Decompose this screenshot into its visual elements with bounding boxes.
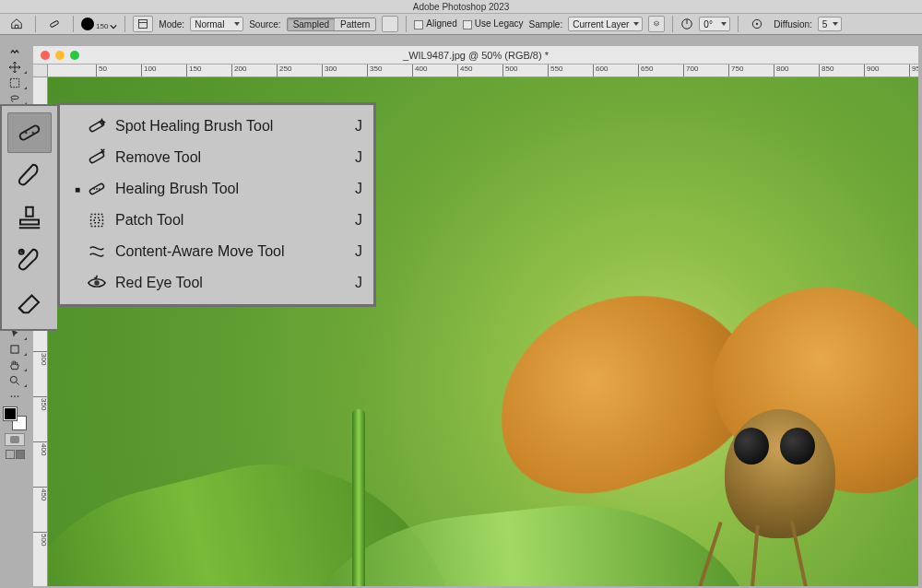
- flyout-shortcut: J: [344, 275, 362, 291]
- ruler-origin[interactable]: [33, 65, 48, 77]
- source-toggle[interactable]: Sampled Pattern: [287, 18, 377, 31]
- ruler-horizontal[interactable]: 5010015020025030035040045050055060065070…: [48, 65, 918, 77]
- tool-marquee[interactable]: [2, 75, 28, 90]
- ruler-tick: 350: [367, 65, 382, 77]
- diffusion-value: 5: [822, 19, 828, 29]
- current-marker: ■: [71, 184, 84, 194]
- ruler-tick: 450: [457, 65, 472, 77]
- svg-rect-15: [18, 124, 40, 141]
- tool-preset-button[interactable]: [43, 16, 65, 32]
- ignore-adjustment-button[interactable]: [648, 16, 665, 32]
- flyout-shortcut: J: [344, 181, 362, 197]
- svg-rect-19: [89, 120, 104, 132]
- brush-preview[interactable]: 150: [81, 18, 117, 30]
- flyout-item-remove[interactable]: Remove ToolJ: [64, 142, 370, 173]
- pressure-button[interactable]: [746, 16, 768, 32]
- bandage-icon: [48, 18, 61, 30]
- source-pattern[interactable]: Pattern: [335, 18, 375, 30]
- angle-icon: [680, 18, 693, 30]
- tool-move[interactable]: [2, 59, 28, 75]
- minimize-icon[interactable]: [55, 51, 65, 60]
- spot-healing-icon: [84, 116, 110, 136]
- svg-rect-0: [50, 20, 59, 28]
- svg-point-13: [14, 395, 16, 397]
- big-tool-stamp[interactable]: [7, 197, 52, 238]
- flyout-shortcut: J: [344, 118, 362, 135]
- flyout-item-healing[interactable]: ■Healing Brush ToolJ: [64, 173, 370, 205]
- big-tool-brush[interactable]: [7, 155, 52, 195]
- separator: [124, 16, 125, 32]
- brush-dot-icon: [81, 18, 94, 30]
- diffusion-input[interactable]: 5: [818, 17, 842, 31]
- patch-icon: [84, 210, 110, 230]
- svg-point-22: [93, 188, 95, 190]
- mode-value: Normal: [195, 19, 224, 29]
- ruler-tick: 300: [33, 351, 48, 365]
- flyout-item-redeye[interactable]: Red Eye ToolJ: [64, 267, 370, 299]
- svg-point-16: [25, 132, 28, 135]
- quick-mask-toggle[interactable]: [5, 433, 25, 446]
- flyout-label: Remove Tool: [110, 149, 344, 166]
- options-bar: 150 Mode: Normal Source: Sampled Pattern…: [0, 14, 922, 35]
- svg-rect-25: [91, 215, 103, 227]
- tool-shape[interactable]: [2, 341, 28, 357]
- ruler-tick: 200: [231, 65, 246, 77]
- document-title: _WIL9487.jpg @ 50% (RGB/8) *: [403, 50, 549, 61]
- aligned-checkbox[interactable]: Aligned: [414, 18, 456, 29]
- ruler-tick: 600: [593, 65, 608, 77]
- pattern-picker[interactable]: [382, 16, 398, 32]
- home-button[interactable]: [6, 16, 28, 32]
- flyout-item-camove[interactable]: Content-Aware Move ToolJ: [64, 236, 370, 267]
- ruler-tick: 350: [33, 396, 48, 410]
- svg-point-24: [99, 188, 100, 190]
- tool-flyout-column: [0, 104, 57, 331]
- ruler-tick: 450: [33, 487, 48, 500]
- ruler-tick: 550: [548, 65, 562, 77]
- flyout-shortcut: J: [344, 149, 362, 166]
- window-controls[interactable]: [41, 51, 79, 60]
- home-icon: [10, 18, 23, 30]
- screen-mode[interactable]: [6, 450, 25, 459]
- camove-icon: [84, 241, 110, 262]
- ruler-tick: 400: [33, 441, 48, 455]
- app-titlebar: Adobe Photoshop 2023: [0, 0, 922, 14]
- ruler-tick: 400: [412, 65, 427, 77]
- healing-tool-flyout[interactable]: Spot Healing Brush ToolJRemove ToolJ■Hea…: [57, 102, 376, 307]
- panel-collapse[interactable]: [2, 44, 28, 59]
- flyout-label: Red Eye Tool: [110, 275, 344, 291]
- svg-point-12: [11, 395, 13, 397]
- ruler-tick: 500: [502, 65, 517, 77]
- edit-toolbar[interactable]: [2, 388, 28, 404]
- sample-dropdown[interactable]: Current Layer: [568, 17, 643, 31]
- ruler-tick: 950: [909, 65, 918, 77]
- tool-zoom[interactable]: [2, 372, 28, 388]
- separator: [73, 16, 74, 32]
- big-tool-history-brush[interactable]: [7, 240, 52, 280]
- sample-label: Sample:: [529, 19, 563, 29]
- svg-rect-1: [139, 20, 148, 29]
- ruler-tick: 650: [638, 65, 653, 77]
- document-titlebar[interactable]: _WIL9487.jpg @ 50% (RGB/8) *: [33, 46, 918, 65]
- color-swatches[interactable]: [4, 407, 26, 429]
- ruler-tick: 100: [141, 65, 156, 77]
- healing-icon: [84, 179, 110, 199]
- redeye-icon: [84, 273, 110, 293]
- tool-hand[interactable]: [2, 357, 28, 372]
- separator: [738, 16, 739, 32]
- big-tool-healing[interactable]: [7, 112, 52, 153]
- legacy-checkbox[interactable]: Use Legacy: [463, 18, 524, 29]
- close-icon[interactable]: [41, 51, 50, 60]
- panel-icon: [137, 18, 148, 29]
- foreground-color[interactable]: [4, 407, 17, 420]
- svg-point-17: [32, 132, 35, 135]
- angle-input[interactable]: 0°: [699, 17, 730, 31]
- ruler-tick: 850: [819, 65, 833, 77]
- flyout-item-patch[interactable]: Patch ToolJ: [64, 205, 370, 236]
- big-tool-eraser[interactable]: [7, 282, 52, 323]
- svg-rect-5: [10, 78, 18, 87]
- flyout-item-spot-healing[interactable]: Spot Healing Brush ToolJ: [64, 111, 370, 142]
- zoom-icon[interactable]: [70, 51, 79, 60]
- brush-panel-button[interactable]: [133, 16, 153, 32]
- source-sampled[interactable]: Sampled: [288, 18, 335, 30]
- mode-dropdown[interactable]: Normal: [190, 17, 243, 31]
